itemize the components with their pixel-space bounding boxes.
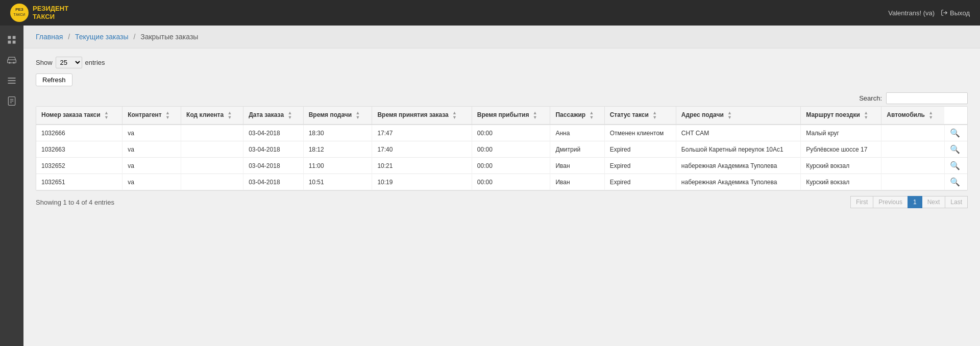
report-icon <box>7 96 17 106</box>
sidebar-item-dashboard[interactable] <box>3 31 21 49</box>
svg-rect-6 <box>8 41 11 44</box>
table-row: 1032663va03-04-201818:1217:4000:00Дмитри… <box>36 141 967 158</box>
pagination: First Previous 1 Next Last <box>851 196 968 208</box>
breadcrumb-current: Закрытые заказы <box>140 33 198 41</box>
cell-zoom[interactable]: 🔍 <box>944 141 967 158</box>
search-label: Search: <box>859 94 882 102</box>
sort-arrows-contractor: ▲▼ <box>165 111 170 120</box>
zoom-icon[interactable]: 🔍 <box>950 145 960 154</box>
table-wrapper: Номер заказа такси ▲▼ Контрагент ▲▼ Код … <box>36 106 968 191</box>
cell-pickup_address: Большой Каретный переулок 10Ас1 <box>676 141 800 158</box>
svg-rect-7 <box>13 41 16 44</box>
col-car[interactable]: Автомобиль ▲▼ <box>881 107 944 125</box>
logo-line1: РЕЗИДЕНТ <box>33 5 68 13</box>
cell-supply_time: 18:12 <box>303 141 372 158</box>
sort-arrows-taxi-status: ▲▼ <box>652 111 657 120</box>
layout: Главная / Текущие заказы / Закрытые зака… <box>0 26 980 346</box>
sidebar-item-reports[interactable] <box>3 92 21 110</box>
svg-rect-8 <box>8 60 16 63</box>
breadcrumb-home[interactable]: Главная <box>36 33 63 41</box>
logout-icon <box>941 9 948 16</box>
cell-client_code <box>181 174 243 190</box>
table-row: 1032666va03-04-201818:3017:4700:00АннаОт… <box>36 125 967 141</box>
zoom-icon[interactable]: 🔍 <box>950 129 960 137</box>
col-order-date[interactable]: Дата заказа ▲▼ <box>243 107 303 125</box>
col-taxi-status[interactable]: Статус такси ▲▼ <box>604 107 676 125</box>
main-content: Главная / Текущие заказы / Закрытые зака… <box>23 26 980 346</box>
col-accept-time[interactable]: Время принятия заказа ▲▼ <box>372 107 472 125</box>
table-footer: Showing 1 to 4 of 4 entries First Previo… <box>36 191 968 213</box>
cell-contractor: va <box>122 141 181 158</box>
cell-taxi_status: Отменен клиентом <box>604 125 676 141</box>
cell-accept_time: 17:47 <box>372 125 472 141</box>
sidebar-item-orders[interactable] <box>3 71 21 90</box>
cell-passenger: Иван <box>550 174 604 190</box>
logout-button[interactable]: Выход <box>941 9 970 17</box>
cell-zoom[interactable]: 🔍 <box>944 125 967 141</box>
cell-taxi_status: Expired <box>604 141 676 158</box>
cell-car <box>881 125 944 141</box>
col-arrival-time[interactable]: Время прибытия ▲▼ <box>472 107 550 125</box>
content-area: Show 25 10 50 100 entries Refresh Search… <box>23 48 980 221</box>
list-icon <box>7 76 17 86</box>
refresh-button[interactable]: Refresh <box>36 73 72 86</box>
cell-pickup_address: СНТ САМ <box>676 125 800 141</box>
col-route[interactable]: Маршрут поездки ▲▼ <box>801 107 881 125</box>
cell-pickup_address: набережная Академика Туполева <box>676 174 800 190</box>
cell-car <box>881 158 944 174</box>
cell-client_code <box>181 141 243 158</box>
sort-arrows-pickup-address: ▲▼ <box>727 111 732 120</box>
cell-route: Курский вокзал <box>801 158 881 174</box>
cell-supply_time: 10:51 <box>303 174 372 190</box>
cell-accept_time: 10:21 <box>372 158 472 174</box>
col-order-num[interactable]: Номер заказа такси ▲▼ <box>36 107 122 125</box>
col-contractor[interactable]: Контрагент ▲▼ <box>122 107 181 125</box>
cell-order_date: 03-04-2018 <box>243 158 303 174</box>
cell-zoom[interactable]: 🔍 <box>944 174 967 190</box>
col-client-code[interactable]: Код клиента ▲▼ <box>181 107 243 125</box>
breadcrumb: Главная / Текущие заказы / Закрытые зака… <box>36 33 968 41</box>
cell-order_num: 1032651 <box>36 174 122 190</box>
sort-arrows-order-date: ▲▼ <box>287 111 292 120</box>
cell-accept_time: 17:40 <box>372 141 472 158</box>
col-supply-time[interactable]: Время подачи ▲▼ <box>303 107 372 125</box>
svg-rect-4 <box>8 36 11 39</box>
logout-label: Выход <box>950 9 970 17</box>
breadcrumb-current-orders[interactable]: Текущие заказы <box>75 33 129 41</box>
sort-arrows-arrival-time: ▲▼ <box>533 111 537 120</box>
cell-contractor: va <box>122 174 181 190</box>
orders-table: Номер заказа такси ▲▼ Контрагент ▲▼ Код … <box>36 107 967 190</box>
cell-order_date: 03-04-2018 <box>243 125 303 141</box>
table-row: 1032652va03-04-201811:0010:2100:00ИванEx… <box>36 158 967 174</box>
breadcrumb-bar: Главная / Текущие заказы / Закрытые зака… <box>23 26 980 48</box>
cell-pickup_address: набережная Академика Туполева <box>676 158 800 174</box>
search-input[interactable] <box>886 92 968 104</box>
pagination-previous[interactable]: Previous <box>873 196 908 208</box>
pagination-next[interactable]: Next <box>922 196 946 208</box>
zoom-icon[interactable]: 🔍 <box>950 178 960 186</box>
zoom-icon[interactable]: 🔍 <box>950 161 960 170</box>
pagination-first[interactable]: First <box>850 196 873 208</box>
logo-text: РЕЗИДЕНТ ТАКСИ <box>33 5 68 20</box>
cell-zoom[interactable]: 🔍 <box>944 158 967 174</box>
car-icon <box>7 55 17 65</box>
cell-supply_time: 18:30 <box>303 125 372 141</box>
sort-arrows-route: ▲▼ <box>864 111 868 120</box>
pagination-page1[interactable]: 1 <box>908 196 922 208</box>
logo-icon: РЕЗ ТАКСИ <box>10 4 29 22</box>
sidebar-item-cars[interactable] <box>3 51 21 69</box>
sort-arrows-supply-time: ▲▼ <box>355 111 360 120</box>
svg-text:ТАКСИ: ТАКСИ <box>14 13 26 16</box>
cell-contractor: va <box>122 158 181 174</box>
cell-passenger: Дмитрий <box>550 141 604 158</box>
cell-client_code <box>181 125 243 141</box>
cell-car <box>881 141 944 158</box>
entries-select[interactable]: 25 10 50 100 <box>56 57 82 68</box>
cell-supply_time: 11:00 <box>303 158 372 174</box>
svg-text:РЕЗ: РЕЗ <box>15 7 23 12</box>
pagination-last[interactable]: Last <box>945 196 968 208</box>
col-pickup-address[interactable]: Адрес подачи ▲▼ <box>676 107 800 125</box>
cell-order_date: 03-04-2018 <box>243 141 303 158</box>
col-passenger[interactable]: Пассажир ▲▼ <box>550 107 604 125</box>
cell-car <box>881 174 944 190</box>
